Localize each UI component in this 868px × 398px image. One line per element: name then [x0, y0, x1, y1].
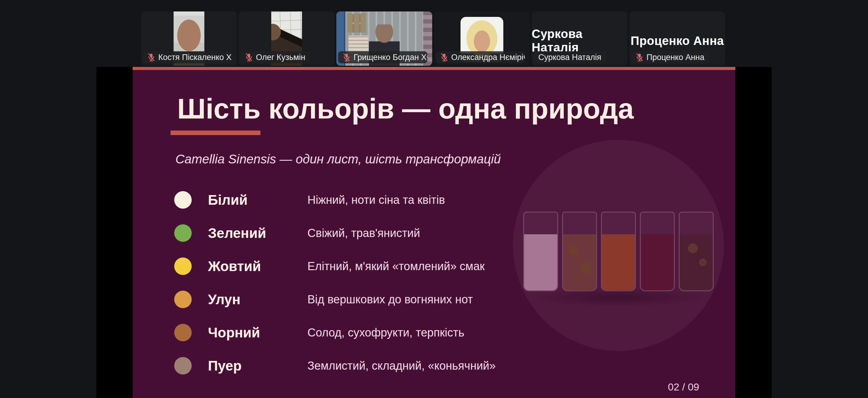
participant-name-label: Костя Піскаленко ХЧ-2...: [158, 53, 232, 62]
presentation-slide: Шість кольорів — одна природа Camellia S…: [133, 67, 735, 398]
page-indicator: 02 / 09: [668, 381, 699, 393]
tea-color-name: Жовтий: [208, 258, 307, 274]
audio-only-name: Суркова Наталія: [532, 27, 627, 54]
tea-row: Зелений Свіжий, трав'янистий: [174, 216, 530, 250]
mic-muted-icon: [441, 53, 448, 62]
name-chip: Проценко Анна: [631, 51, 709, 63]
tea-row: Чорний Солод, сухофрукти, терпкість: [174, 316, 530, 349]
mic-muted-icon: [148, 53, 155, 62]
accent-underline: [170, 130, 260, 135]
slide-subtitle: Camellia Sinensis — один лист, шість тра…: [176, 152, 501, 166]
participant-tile-3[interactable]: Грищенко Богдан Хч-2...: [336, 11, 432, 66]
tea-row: Улун Від вершкових до вогняних нот: [174, 283, 530, 316]
tea-glasses-photo: [513, 140, 724, 351]
screen-share-region: Шість кольорів — одна природа Camellia S…: [96, 67, 772, 398]
participant-name-label: Олександра Нєміріч: [451, 53, 525, 62]
participant-name-label: Проценко Анна: [647, 53, 704, 62]
mic-muted-icon: [245, 53, 253, 62]
tea-color-name: Пуер: [208, 358, 307, 374]
tea-color-name: Зелений: [208, 225, 307, 241]
tea-color-description: Солод, сухофрукти, терпкість: [307, 326, 464, 339]
participant-tile-1[interactable]: Костя Піскаленко ХЧ-2...: [141, 11, 237, 66]
tea-color-dot: [174, 257, 192, 275]
participant-tile-5[interactable]: Суркова Наталія Суркова Наталія: [532, 11, 627, 66]
wall-posters: [347, 13, 366, 33]
participant-filmstrip: Костя Піскаленко ХЧ-2... Олег Кузьмін: [0, 0, 868, 67]
tea-color-description: Від вершкових до вогняних нот: [307, 293, 473, 306]
meeting-window: Костя Піскаленко ХЧ-2... Олег Кузьмін: [0, 0, 868, 398]
tea-color-name: Улун: [208, 291, 307, 308]
name-chip: Олександра Нєміріч: [436, 51, 525, 63]
participant-tile-2[interactable]: Олег Кузьмін: [239, 11, 335, 66]
tea-color-dot: [174, 224, 192, 242]
mic-muted-icon: [343, 53, 350, 62]
tea-color-name: Чорний: [208, 325, 307, 341]
tea-color-dot: [174, 324, 192, 341]
tea-color-dot: [174, 191, 192, 209]
name-chip: Костя Піскаленко ХЧ-2...: [143, 51, 232, 63]
tea-row: Жовтий Елітний, м'який «томлений» смак: [174, 250, 530, 283]
tea-glass: [601, 212, 636, 291]
audio-only-name: Проценко Анна: [630, 34, 724, 48]
tea-glass: [679, 212, 714, 291]
tea-row: Пуер Землистий, складний, «коньячний»: [174, 349, 530, 382]
tea-color-name: Білий: [208, 192, 307, 208]
tea-glass-row: [520, 212, 717, 289]
participant-name-label: Олег Кузьмін: [256, 53, 305, 62]
name-chip: Суркова Наталія: [533, 51, 606, 63]
participant-tile-4[interactable]: Олександра Нєміріч: [434, 11, 530, 66]
tea-row: Білий Ніжний, ноти сіна та квітів: [174, 183, 530, 216]
table-shadow: [531, 288, 706, 306]
tea-color-dot: [174, 290, 192, 308]
slide-title: Шість кольорів — одна природа: [177, 94, 634, 124]
name-chip: Олег Кузьмін: [241, 51, 310, 63]
tea-color-description: Землистий, складний, «коньячний»: [307, 359, 496, 372]
tea-glass: [562, 212, 597, 291]
tea-list: Білий Ніжний, ноти сіна та квітів Зелени…: [174, 183, 530, 382]
tea-color-description: Елітний, м'який «томлений» смак: [307, 260, 485, 273]
tea-glass: [640, 212, 675, 291]
tea-color-dot: [174, 357, 192, 374]
participant-name-label: Суркова Наталія: [538, 53, 601, 62]
participant-tile-6[interactable]: Проценко Анна Проценко Анна: [629, 11, 725, 66]
tea-color-description: Свіжий, трав'янистий: [307, 227, 420, 240]
name-chip: Грищенко Богдан Хч-2...: [338, 51, 427, 63]
participant-name-label: Грищенко Богдан Хч-2...: [353, 53, 427, 62]
tea-color-description: Ніжний, ноти сіна та квітів: [307, 193, 445, 207]
mic-muted-icon: [636, 53, 643, 62]
